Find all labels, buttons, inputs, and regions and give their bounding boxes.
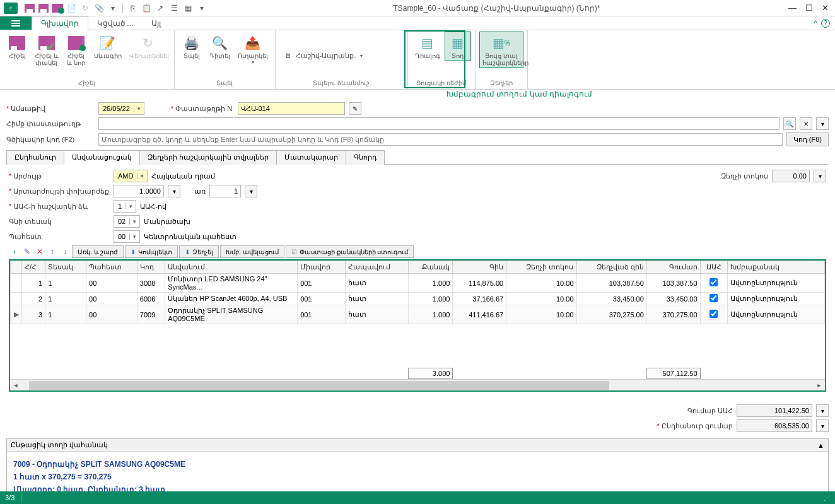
docnum-input[interactable] xyxy=(238,102,345,115)
subtab-buyer[interactable]: Գնորդ xyxy=(346,150,385,165)
scan-input[interactable] xyxy=(98,133,783,146)
docnum-lookup-button[interactable]: ✎ xyxy=(349,102,361,115)
code-f8-button[interactable]: Կոդ (F8) xyxy=(786,132,829,146)
col-n[interactable]: Հ/Հ xyxy=(22,261,45,274)
ribbon-group-save: Հիշել ✔Հիշել և փակել Հիշել և նոր 📝Սևագիր… xyxy=(0,30,175,89)
vat-checkbox[interactable] xyxy=(709,278,718,286)
draft-icon[interactable]: 📄 xyxy=(66,3,77,14)
tab-main[interactable]: Գլխավոր xyxy=(32,16,88,30)
save-close-button[interactable]: ✔Հիշել և փակել xyxy=(32,32,62,68)
action-icon[interactable]: ☰ xyxy=(168,3,180,14)
save-icon[interactable] xyxy=(24,3,35,14)
col-code[interactable]: Կոդ xyxy=(137,261,165,274)
grid-hscroll[interactable]: ◄ ► xyxy=(10,379,825,390)
calendar-icon[interactable]: ▾ xyxy=(134,105,144,112)
vat-amount-dropdown[interactable]: ▾ xyxy=(816,404,829,417)
file-tab[interactable] xyxy=(0,16,32,30)
qat-dropdown-icon[interactable]: ▾ xyxy=(107,3,119,14)
copy-icon[interactable]: ⎘ xyxy=(127,3,138,14)
stock-button[interactable]: Առկ. և շարժ xyxy=(72,245,124,258)
save-close-icon[interactable] xyxy=(38,3,49,14)
dialog-mode-button[interactable]: ▤Դիալոգ xyxy=(412,32,443,61)
vat-checkbox[interactable] xyxy=(709,294,718,302)
col-vat[interactable]: ԱԱՀ xyxy=(700,261,728,274)
paste-icon[interactable]: 📋 xyxy=(141,3,152,14)
col-batch[interactable]: Խմբաքանակ xyxy=(728,261,825,274)
batch-assign-button[interactable]: Խմբ. ավելացում xyxy=(220,245,284,258)
vat-checkbox[interactable] xyxy=(709,310,718,318)
collapse-icon[interactable]: ▲ xyxy=(817,442,824,449)
warehouse-select[interactable]: 00▾ xyxy=(114,230,140,243)
resize-grip-icon[interactable]: ⋰ xyxy=(824,495,830,501)
draft-button[interactable]: 📝Սևագիր xyxy=(91,32,125,61)
vat-form-select[interactable]: 1▾ xyxy=(114,200,136,213)
scroll-right-icon[interactable]: ► xyxy=(814,380,825,391)
minimize-button[interactable]: — xyxy=(788,3,797,13)
show-calcs-button[interactable]: ▦%Ցույց տալ հաշվարկները xyxy=(479,32,523,68)
subtab-supplier[interactable]: Մատակարար xyxy=(276,150,346,165)
dropdown-icon[interactable]: ▾ xyxy=(196,3,207,14)
move-up-icon[interactable]: ↑ xyxy=(47,246,58,257)
grand-total-dropdown[interactable]: ▾ xyxy=(816,419,829,432)
delete-row-icon[interactable]: ✕ xyxy=(34,246,45,257)
col-price[interactable]: Գին xyxy=(453,261,506,274)
edit-row-icon[interactable]: ✎ xyxy=(21,246,33,257)
row-mode-button[interactable]: ▦Տող xyxy=(445,32,471,61)
col-dprice[interactable]: Զեղչված գին xyxy=(576,261,646,274)
col-dpct[interactable]: Զեղչի տոկոս xyxy=(506,261,576,274)
date-input[interactable]: 26/05/22 ▾ xyxy=(98,102,144,115)
add-row-icon[interactable]: ＋ xyxy=(9,246,20,257)
rate-input[interactable] xyxy=(114,185,164,197)
scroll-left-icon[interactable]: ◄ xyxy=(10,380,21,391)
search-button[interactable]: 🔍 xyxy=(783,117,796,130)
currency-select[interactable]: AMD▾ xyxy=(114,170,148,182)
table-row[interactable]: 11003008Մոնիտոր LED SAMSUNG 24" SyncMas.… xyxy=(11,274,825,293)
discount-button[interactable]: ⬇Զեղչել xyxy=(179,245,219,258)
table-row[interactable]: ▶31007009Օդորակիչ SPLIT SAMSUNG AQ09C5ME… xyxy=(11,305,825,324)
print-button[interactable]: 🖨️Տպել xyxy=(178,32,205,61)
scroll-thumb[interactable] xyxy=(29,381,609,390)
reopen-icon[interactable]: ↻ xyxy=(79,3,91,14)
price-type-select[interactable]: 02▾ xyxy=(114,215,140,228)
col-name[interactable]: Անվանում xyxy=(165,261,298,274)
sum-amount: 507,112.50 xyxy=(646,368,700,379)
close-button[interactable]: ✕ xyxy=(822,3,829,13)
complete-button[interactable]: ⬇Կոմպլեկտ xyxy=(125,245,178,258)
view-button[interactable]: 🔍Դիտել xyxy=(206,32,233,61)
col-abbr[interactable]: Հապավում xyxy=(345,261,409,274)
tab-more[interactable]: Այլ xyxy=(143,16,170,30)
base-input[interactable] xyxy=(98,117,780,130)
col-qty[interactable]: Քանակ xyxy=(409,261,453,274)
col-wh[interactable]: Պահեստ xyxy=(86,261,137,274)
send-button[interactable]: 📤Ուղարկել▾ xyxy=(235,32,271,67)
save-new-button[interactable]: Հիշել և նոր xyxy=(63,32,90,68)
subtab-discounts[interactable]: Զեղչերի հաշվարկային տվյալներ xyxy=(139,150,277,165)
per-dropdown[interactable]: ▾ xyxy=(245,185,257,197)
save-new-icon[interactable] xyxy=(52,3,63,14)
col-unit[interactable]: Միավոր xyxy=(298,261,345,274)
qty-check-button[interactable]: ☑Փաստացի քանակների ստուգում xyxy=(286,245,414,258)
help-icon[interactable]: ? xyxy=(821,19,830,28)
col-amount[interactable]: Գումար xyxy=(646,261,700,274)
clear-button[interactable]: ✕ xyxy=(800,117,812,130)
move-down-icon[interactable]: ↓ xyxy=(59,246,71,257)
col-type[interactable]: Տեսակ xyxy=(45,261,86,274)
discount-pct-dropdown[interactable]: ▾ xyxy=(814,170,826,182)
discount-pct-input[interactable] xyxy=(772,170,810,182)
subtab-lines[interactable]: Անվանացուցակ xyxy=(64,150,140,165)
table-row[interactable]: 21006006Սկաներ HP ScanJet 4600p, A4, USB… xyxy=(11,293,825,305)
rate-dropdown[interactable]: ▾ xyxy=(168,185,180,197)
maximize-button[interactable]: ☐ xyxy=(805,3,813,13)
per-input[interactable] xyxy=(209,185,241,197)
subtab-general[interactable]: Ընդհանուր xyxy=(6,150,64,165)
lines-grid[interactable]: Հ/Հ Տեսակ Պահեստ Կոդ Անվանում Միավոր Հապ… xyxy=(9,259,826,392)
print-template-dropdown[interactable]: 🗎 Հաշիվ-Ապրանք. ▾ xyxy=(279,43,368,68)
grid-icon[interactable]: ▦ xyxy=(182,3,194,14)
export-icon[interactable]: ↗ xyxy=(155,3,166,14)
save-button[interactable]: Հիշել xyxy=(4,32,30,61)
attach-icon[interactable]: 📎 xyxy=(93,3,105,14)
base-dropdown[interactable]: ▾ xyxy=(816,117,829,130)
highlight-note: Խմբագրում տողում կամ դիալոգում xyxy=(447,90,592,98)
tab-attached[interactable]: Կցված ... xyxy=(88,16,143,30)
ribbon-collapse[interactable]: ^ ? xyxy=(809,16,835,30)
